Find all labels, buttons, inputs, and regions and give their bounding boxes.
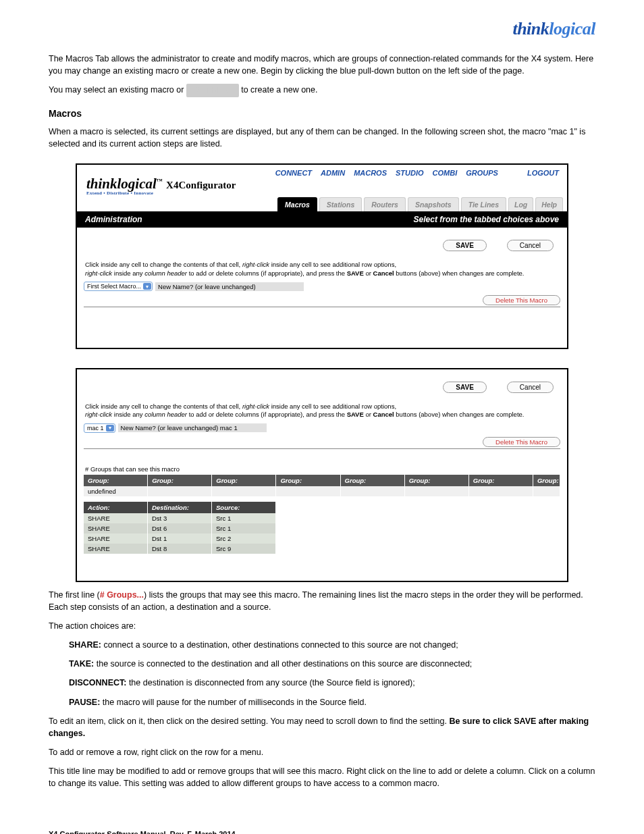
source-header[interactable]: Source: <box>212 502 276 513</box>
nav-combi[interactable]: COMBI <box>433 169 458 177</box>
actions-table: Action: Destination: Source: SHARE Dst 3… <box>84 502 276 554</box>
tab-help[interactable]: Help <box>535 197 563 211</box>
nav-studio[interactable]: STUDIO <box>396 169 424 177</box>
macro-name-input[interactable]: New Name? (or leave unchanged) mac 1 <box>118 423 267 432</box>
tab-stations[interactable]: Stations <box>319 197 362 211</box>
body2-p2: The action choices are: <box>49 620 595 632</box>
admin-hint: Select from the tabbed choices above <box>414 215 559 224</box>
table-row: SHARE Dst 6 Src 1 <box>84 523 276 533</box>
intro-p3: When a macro is selected, its current se… <box>49 126 595 150</box>
dropdown-arrow-icon: ▾ <box>106 425 114 432</box>
body2-p4: To add or remove a row, right click on t… <box>49 746 595 758</box>
nav-macros[interactable]: MACROS <box>354 169 387 177</box>
screenshot-admin-macros: CONNECT ADMIN MACROS STUDIO COMBI GROUPS… <box>76 163 568 349</box>
tab-log[interactable]: Log <box>508 197 533 211</box>
table-row: SHARE Dst 3 Src 1 <box>84 513 276 523</box>
nav-logout[interactable]: LOGOUT <box>527 169 559 177</box>
destination-header[interactable]: Destination: <box>148 502 212 513</box>
sub-tabs: Macros Stations Routers Snapshots Tie Li… <box>77 197 567 211</box>
nav-connect[interactable]: CONNECT <box>275 169 312 177</box>
delete-macro-button[interactable]: Delete This Macro <box>483 437 560 447</box>
nav-admin[interactable]: ADMIN <box>321 169 345 177</box>
tab-routers[interactable]: Routers <box>364 197 406 211</box>
brand-think: think <box>512 19 549 38</box>
bullet-share: SHARE: connect a source to a destination… <box>69 639 595 651</box>
body2-p5: This title line may be modified to add o… <box>49 765 595 789</box>
section-heading-macros: Macros <box>49 108 595 119</box>
tab-tielines[interactable]: Tie Lines <box>461 197 506 211</box>
instructions: Click inside any cell to change the cont… <box>84 402 560 422</box>
bullet-disconnect: DISCONNECT: the destination is disconnec… <box>69 677 595 689</box>
groups-label: # Groups that can see this macro <box>85 465 559 473</box>
cancel-button[interactable]: Cancel <box>507 240 554 251</box>
table-row: SHARE Dst 1 Src 2 <box>84 533 276 544</box>
tab-macros[interactable]: Macros <box>277 197 317 211</box>
groups-header-row: Group: Group: Group: Group: Group: Group… <box>84 475 560 486</box>
app-brand: thinklogical™ X4Configurator Extend • Di… <box>77 176 567 197</box>
admin-bar: Administration Select from the tabbed ch… <box>77 211 567 228</box>
intro-p1: The Macros Tab allows the administrator … <box>49 53 595 77</box>
body2-p1: The first line (# Groups...) lists the g… <box>49 589 595 613</box>
screenshot-macro-detail: SAVE Cancel Click inside any cell to cha… <box>76 368 568 582</box>
macro-select[interactable]: mac 1 ▾ <box>84 423 115 433</box>
table-row: SHARE Dst 8 Src 9 <box>84 544 276 554</box>
save-button[interactable]: SAVE <box>443 240 487 251</box>
footer-title: X4 Configurator Software Manual, Rev. F,… <box>49 830 595 834</box>
divider <box>84 307 560 307</box>
groups-data-row: undefined <box>84 486 560 496</box>
macro-select[interactable]: First Select Macro... ▾ <box>84 282 153 291</box>
body2-p3: To edit an item, click on it, then click… <box>49 715 595 739</box>
tab-snapshots[interactable]: Snapshots <box>408 197 459 211</box>
group-header[interactable]: Group: <box>84 475 148 486</box>
bullet-pause: PAUSE: the macro will pause for the numb… <box>69 696 595 708</box>
cancel-button[interactable]: Cancel <box>507 382 554 393</box>
page-brand-header: thinklogical <box>0 0 644 46</box>
intro-p2: You may select an existing macro or SET … <box>49 84 595 97</box>
bullet-take: TAKE: the source is connected to the des… <box>69 658 595 670</box>
brand-logical: logical <box>549 19 595 38</box>
set-new-chip: SET NEW <box>186 84 239 97</box>
delete-macro-button[interactable]: Delete This Macro <box>483 295 560 305</box>
nav-groups[interactable]: GROUPS <box>466 169 498 177</box>
divider <box>84 448 560 449</box>
group-cell[interactable]: undefined <box>84 486 148 496</box>
dropdown-arrow-icon: ▾ <box>143 283 151 290</box>
admin-title: Administration <box>85 215 142 224</box>
instructions: Click inside any cell to change the cont… <box>84 261 560 280</box>
action-header[interactable]: Action: <box>84 502 148 513</box>
footer: X4 Configurator Software Manual, Rev. F,… <box>49 830 595 834</box>
macro-name-input[interactable]: New Name? (or leave unchanged) <box>155 282 304 291</box>
save-button[interactable]: SAVE <box>443 382 487 393</box>
brand-tagline: Extend • Distribute • Innovate <box>86 190 567 196</box>
